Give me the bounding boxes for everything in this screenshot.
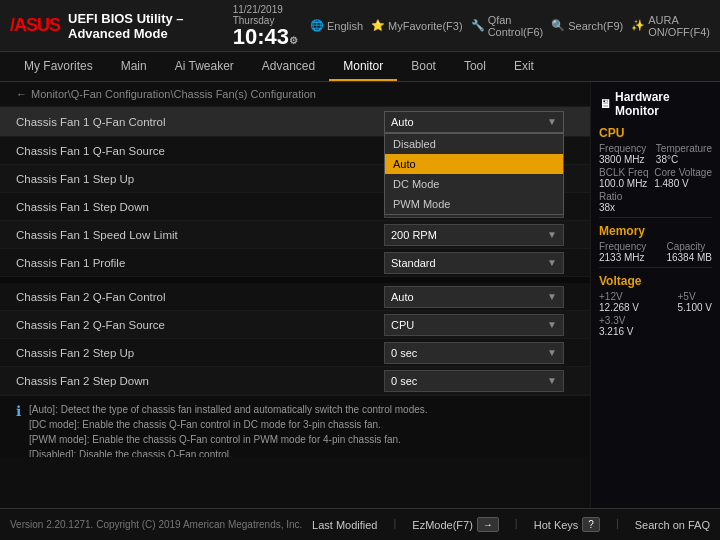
dropdown-list: Disabled Auto DC Mode PWM Mode bbox=[384, 133, 564, 215]
memory-section-title: Memory bbox=[599, 224, 712, 238]
search-faq-btn[interactable]: Search on FAQ bbox=[635, 517, 710, 532]
chassis-fan1-stepdown-label: Chassis Fan 1 Step Down bbox=[16, 201, 384, 213]
info-text: [Auto]: Detect the type of chassis fan i… bbox=[29, 402, 428, 457]
ratio-label: Ratio bbox=[599, 191, 622, 202]
ezmode-key: → bbox=[477, 517, 499, 532]
mem-freq-label: Frequency bbox=[599, 241, 646, 252]
chassis-fan2-stepdown-value: 0 sec ▼ bbox=[384, 370, 574, 392]
dropdown-arrow-icon5: ▼ bbox=[547, 291, 557, 302]
chassis-fan2-stepup-row: Chassis Fan 2 Step Up 0 sec ▼ bbox=[0, 339, 590, 367]
chassis-fan2-qfan-label: Chassis Fan 2 Q-Fan Control bbox=[16, 291, 384, 303]
hardware-monitor-sidebar: 🖥 Hardware Monitor CPU Frequency 3800 MH… bbox=[590, 82, 720, 508]
footer-buttons: Last Modified | EzMode(F7) → | Hot Keys … bbox=[312, 517, 710, 532]
chassis-fan2-source-value: CPU ▼ bbox=[384, 314, 574, 336]
chassis-fan2-source-row: Chassis Fan 2 Q-Fan Source CPU ▼ bbox=[0, 311, 590, 339]
nav-exit[interactable]: Exit bbox=[500, 52, 548, 81]
search-btn[interactable]: 🔍 Search(F9) bbox=[551, 14, 623, 38]
cpu-temp-label: Temperature bbox=[656, 143, 712, 154]
nav-main[interactable]: Main bbox=[107, 52, 161, 81]
breadcrumb: ← Monitor\Q-Fan Configuration\Chassis Fa… bbox=[0, 82, 590, 107]
info-icon: ℹ bbox=[16, 403, 21, 419]
bclk-label: BCLK Freq bbox=[599, 167, 648, 178]
nav-monitor[interactable]: Monitor bbox=[329, 52, 397, 81]
dropdown-arrow-icon3: ▼ bbox=[547, 229, 557, 240]
footer-divider2: | bbox=[515, 517, 518, 532]
back-arrow[interactable]: ← bbox=[16, 88, 27, 100]
content-area: ← Monitor\Q-Fan Configuration\Chassis Fa… bbox=[0, 82, 590, 508]
chassis-fan1-qfan-label: Chassis Fan 1 Q-Fan Control bbox=[16, 116, 384, 128]
info-bar: ℹ [Auto]: Detect the type of chassis fan… bbox=[0, 395, 590, 457]
chassis-fan2-qfan-row: Chassis Fan 2 Q-Fan Control Auto ▼ bbox=[0, 283, 590, 311]
chassis-fan2-stepdown-dropdown[interactable]: 0 sec ▼ bbox=[384, 370, 564, 392]
divider2 bbox=[599, 267, 712, 268]
chassis-fan2-qfan-dropdown[interactable]: Auto ▼ bbox=[384, 286, 564, 308]
v33-val: 3.216 V bbox=[599, 326, 633, 337]
hot-keys-btn[interactable]: Hot Keys ? bbox=[534, 517, 600, 532]
core-voltage-val: 1.480 V bbox=[654, 178, 712, 189]
cpu-freq-label: Frequency bbox=[599, 143, 646, 154]
chassis-fan1-qfan-dropdown[interactable]: Auto ▼ bbox=[384, 111, 564, 133]
footer: Version 2.20.1271. Copyright (C) 2019 Am… bbox=[0, 508, 720, 540]
chassis-fan2-source-label: Chassis Fan 2 Q-Fan Source bbox=[16, 319, 384, 331]
bios-title: UEFI BIOS Utility – Advanced Mode bbox=[68, 11, 213, 41]
chassis-fan1-stepup-label: Chassis Fan 1 Step Up bbox=[16, 173, 384, 185]
datetime: 11/21/2019 Thursday 10:43⚙ bbox=[233, 4, 298, 48]
dropdown-menu-container: Auto ▼ Disabled Auto DC Mode PWM Mode bbox=[384, 111, 564, 133]
v5-val: 5.100 V bbox=[678, 302, 712, 313]
v5-label: +5V bbox=[678, 291, 712, 302]
dropdown-arrow-icon: ▼ bbox=[547, 116, 557, 127]
v33-label: +3.3V bbox=[599, 315, 633, 326]
breadcrumb-text: Monitor\Q-Fan Configuration\Chassis Fan(… bbox=[31, 88, 316, 100]
chassis-fan1-profile-dropdown[interactable]: Standard ▼ bbox=[384, 252, 564, 274]
dropdown-arrow-icon7: ▼ bbox=[547, 347, 557, 358]
option-pwm-mode[interactable]: PWM Mode bbox=[385, 194, 563, 214]
cpu-ratio-row: Ratio 38x bbox=[599, 191, 712, 213]
nav-ai-tweaker[interactable]: Ai Tweaker bbox=[161, 52, 248, 81]
chassis-fan2-stepdown-label: Chassis Fan 2 Step Down bbox=[16, 375, 384, 387]
v12-label: +12V bbox=[599, 291, 639, 302]
nav-advanced[interactable]: Advanced bbox=[248, 52, 329, 81]
dropdown-arrow-icon4: ▼ bbox=[547, 257, 557, 268]
mem-row: Frequency 2133 MHz Capacity 16384 MB bbox=[599, 241, 712, 263]
nav-boot[interactable]: Boot bbox=[397, 52, 450, 81]
main-container: ← Monitor\Q-Fan Configuration\Chassis Fa… bbox=[0, 82, 720, 508]
settings-icon[interactable]: ⚙ bbox=[289, 35, 298, 46]
aura-btn[interactable]: ✨ AURA ON/OFF(F4) bbox=[631, 14, 710, 38]
chassis-fan2-stepup-value: 0 sec ▼ bbox=[384, 342, 574, 364]
nav-tool[interactable]: Tool bbox=[450, 52, 500, 81]
chassis-fan1-qfan-value: Auto ▼ Disabled Auto DC Mode PWM Mode bbox=[384, 111, 574, 133]
chassis-fan2-stepup-dropdown[interactable]: 0 sec ▼ bbox=[384, 342, 564, 364]
last-modified-btn[interactable]: Last Modified bbox=[312, 517, 377, 532]
voltage-section-title: Voltage bbox=[599, 274, 712, 288]
option-dc-mode[interactable]: DC Mode bbox=[385, 174, 563, 194]
nav-my-favorites[interactable]: My Favorites bbox=[10, 52, 107, 81]
settings-list: Chassis Fan 1 Q-Fan Control Auto ▼ Disab… bbox=[0, 107, 590, 395]
chassis-fan1-speed-label: Chassis Fan 1 Speed Low Limit bbox=[16, 229, 384, 241]
core-voltage-label: Core Voltage bbox=[654, 167, 712, 178]
footer-divider1: | bbox=[393, 517, 396, 532]
ezmode-btn[interactable]: EzMode(F7) → bbox=[412, 517, 499, 532]
option-disabled[interactable]: Disabled bbox=[385, 134, 563, 154]
voltage-33v-row: +3.3V 3.216 V bbox=[599, 315, 712, 337]
cpu-freq-row: Frequency 3800 MHz Temperature 38°C bbox=[599, 143, 712, 165]
chassis-fan1-source-label: Chassis Fan 1 Q-Fan Source bbox=[16, 145, 384, 157]
bclk-val: 100.0 MHz bbox=[599, 178, 648, 189]
header-icons: 🌐 English ⭐ MyFavorite(F3) 🔧 Qfan Contro… bbox=[310, 14, 710, 38]
date-day: 11/21/2019 Thursday bbox=[233, 4, 298, 26]
header-info: 11/21/2019 Thursday 10:43⚙ 🌐 English ⭐ M… bbox=[233, 4, 710, 48]
header: /ASUS UEFI BIOS Utility – Advanced Mode … bbox=[0, 0, 720, 52]
mem-freq-val: 2133 MHz bbox=[599, 252, 646, 263]
clock: 10:43⚙ bbox=[233, 26, 298, 48]
cpu-section-title: CPU bbox=[599, 126, 712, 140]
language-selector[interactable]: 🌐 English bbox=[310, 14, 363, 38]
chassis-fan2-source-dropdown[interactable]: CPU ▼ bbox=[384, 314, 564, 336]
monitor-icon: 🖥 bbox=[599, 97, 611, 111]
myfavorite-btn[interactable]: ⭐ MyFavorite(F3) bbox=[371, 14, 463, 38]
option-auto[interactable]: Auto bbox=[385, 154, 563, 174]
chassis-fan1-qfan-control-row: Chassis Fan 1 Q-Fan Control Auto ▼ Disab… bbox=[0, 107, 590, 137]
qfan-btn[interactable]: 🔧 Qfan Control(F6) bbox=[471, 14, 544, 38]
cpu-bclk-row: BCLK Freq 100.0 MHz Core Voltage 1.480 V bbox=[599, 167, 712, 189]
chassis-fan1-speed-dropdown[interactable]: 200 RPM ▼ bbox=[384, 224, 564, 246]
copyright: Version 2.20.1271. Copyright (C) 2019 Am… bbox=[10, 519, 302, 530]
v12-val: 12.268 V bbox=[599, 302, 639, 313]
